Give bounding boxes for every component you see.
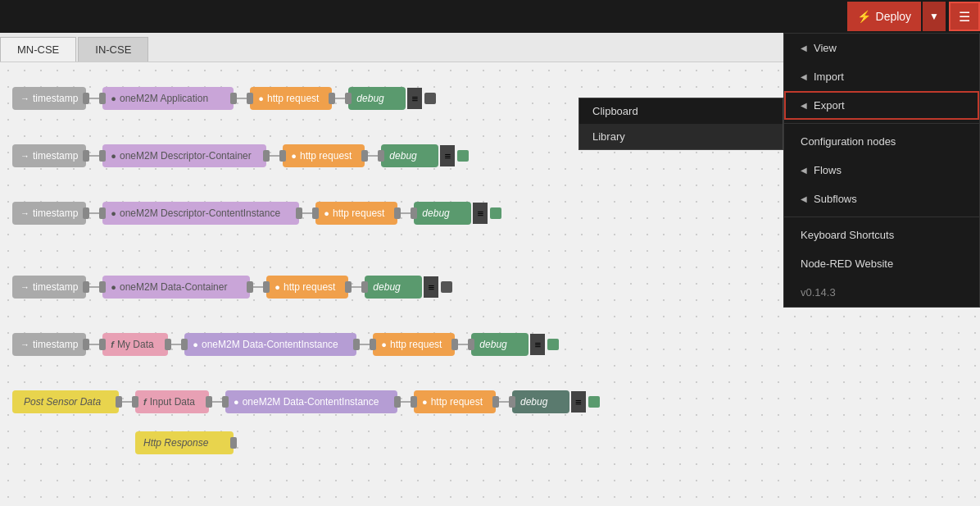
debug-status-3 — [490, 207, 501, 219]
node-debug-2[interactable]: debug — [381, 144, 438, 167]
deploy-arrow-button[interactable]: ▼ — [923, 2, 946, 31]
port-left — [99, 281, 106, 293]
node-debug-3[interactable]: debug — [414, 202, 471, 225]
node-timestamp-5[interactable]: → timestamp — [12, 333, 86, 356]
submenu-clipboard[interactable]: Clipboard — [579, 98, 783, 124]
node-icon: ● — [111, 208, 116, 218]
deploy-button[interactable]: ⚡ Deploy — [847, 2, 922, 31]
port-left — [411, 207, 417, 219]
menu-item-import[interactable]: ◀ Import — [784, 62, 979, 91]
menu-item-version: v0.14.3 — [784, 278, 979, 307]
port-right — [83, 93, 89, 104]
node-post-sensor[interactable]: Post Sensor Data — [12, 390, 119, 413]
node-timestamp-1[interactable]: → timestamp — [12, 87, 86, 110]
port-right — [394, 207, 401, 219]
inject-icon: → — [20, 282, 29, 292]
node-http-5[interactable]: ● http request — [373, 333, 455, 356]
node-onem2m-data-ci-6[interactable]: ● oneM2M Data-ContentInstance — [225, 390, 397, 413]
node-debug-6[interactable]: debug — [512, 390, 569, 413]
node-http-response[interactable]: Http Response — [135, 431, 234, 454]
arrow-icon: ◀ — [801, 72, 807, 81]
node-http-4[interactable]: ● http request — [266, 276, 348, 299]
debug-menu-btn-2[interactable]: ≡ — [440, 145, 455, 166]
port-left — [99, 207, 106, 219]
debug-menu-btn-3[interactable]: ≡ — [473, 203, 488, 224]
node-onem2m-data-cont[interactable]: ● oneM2M Data-Container — [102, 276, 250, 299]
menu-separator — [784, 123, 979, 124]
debug-menu-btn-6[interactable]: ≡ — [571, 391, 586, 413]
port-left — [378, 150, 384, 162]
port-right — [451, 339, 458, 350]
port-right — [263, 150, 270, 162]
tab-in-cse[interactable]: IN-CSE — [78, 37, 148, 62]
port-right — [83, 339, 89, 350]
tab-mn-cse[interactable]: MN-CSE — [0, 37, 76, 62]
debug-status-1 — [424, 93, 436, 104]
node-icon: ● — [381, 340, 387, 349]
node-icon: ● — [111, 282, 116, 292]
menu-item-keyboard[interactable]: Keyboard Shortcuts — [784, 221, 979, 249]
arrow-icon: ◀ — [801, 43, 807, 52]
node-http-1[interactable]: ● http request — [250, 87, 332, 110]
menu-item-website[interactable]: Node-RED Website — [784, 249, 979, 278]
hamburger-button[interactable]: ☰ — [949, 2, 980, 31]
node-http-3[interactable]: ● http request — [315, 202, 397, 225]
debug-status-6 — [588, 396, 600, 408]
inject-icon: → — [20, 93, 29, 103]
node-icon: ● — [291, 151, 297, 161]
node-mydata[interactable]: f My Data — [102, 333, 168, 356]
port-left — [370, 339, 376, 350]
node-timestamp-2[interactable]: → timestamp — [12, 144, 86, 167]
node-onem2m-desc-cont[interactable]: ● oneM2M Descriptor-Container — [102, 144, 266, 167]
node-icon: ● — [274, 282, 280, 292]
node-timestamp-4[interactable]: → timestamp — [12, 276, 86, 299]
port-right — [247, 281, 253, 293]
port-left — [181, 339, 188, 350]
dropdown-menu: ◀ View ◀ Import ◀ Export Configuration n… — [783, 33, 980, 308]
node-icon: ● — [324, 208, 329, 218]
debug-menu-btn-1[interactable]: ≡ — [407, 88, 422, 109]
menu-item-subflows[interactable]: ◀ Subflows — [784, 185, 979, 213]
debug-menu-btn-5[interactable]: ≡ — [530, 334, 545, 355]
port-left — [247, 93, 253, 104]
submenu-library[interactable]: Library — [579, 124, 783, 149]
node-debug-1[interactable]: debug — [348, 87, 406, 110]
menu-item-export[interactable]: ◀ Export — [784, 91, 979, 120]
node-onem2m-data-ci-5[interactable]: ● oneM2M Data-ContentInstance — [184, 333, 356, 356]
port-right — [345, 281, 352, 293]
port-right — [83, 207, 89, 219]
port-left — [99, 339, 106, 350]
node-timestamp-3[interactable]: → timestamp — [12, 202, 86, 225]
node-onem2m-desc-ci[interactable]: ● oneM2M Descriptor-ContentInstance — [102, 202, 299, 225]
menu-separator-2 — [784, 217, 979, 217]
node-http-2[interactable]: ● http request — [283, 144, 365, 167]
port-right — [394, 396, 401, 408]
node-inputdata[interactable]: f Input Data — [135, 390, 209, 413]
node-onem2m-app[interactable]: ● oneM2M Application — [102, 87, 234, 110]
flow-row-4: → timestamp ● oneM2M Data-Container ● ht… — [12, 276, 452, 299]
node-debug-5[interactable]: debug — [471, 333, 529, 356]
menu-item-view[interactable]: ◀ View — [784, 34, 979, 62]
port-right — [361, 150, 368, 162]
inject-icon: → — [20, 208, 29, 218]
flow-row-1: → timestamp ● oneM2M Application ● http … — [12, 87, 436, 110]
node-icon: ● — [193, 340, 198, 349]
function-icon: f — [143, 397, 147, 407]
menu-item-config[interactable]: Configuration nodes — [784, 127, 979, 156]
node-icon: ● — [111, 151, 116, 161]
port-left — [468, 339, 474, 350]
menu-item-flows[interactable]: ◀ Flows — [784, 156, 979, 185]
node-debug-4[interactable]: debug — [365, 276, 422, 299]
debug-menu-btn-4[interactable]: ≡ — [424, 276, 438, 298]
port-left — [99, 150, 106, 162]
node-icon: ● — [111, 93, 116, 103]
node-http-6[interactable]: ● http request — [414, 390, 496, 413]
port-right — [116, 396, 122, 408]
flow-row-5: → timestamp f My Data ● oneM2M Data-Cont… — [12, 333, 559, 356]
debug-status-4 — [441, 281, 452, 293]
debug-status-5 — [547, 339, 559, 350]
deploy-label: Deploy — [876, 10, 912, 23]
port-right — [329, 93, 335, 104]
port-left — [99, 93, 106, 104]
port-left — [509, 396, 515, 408]
